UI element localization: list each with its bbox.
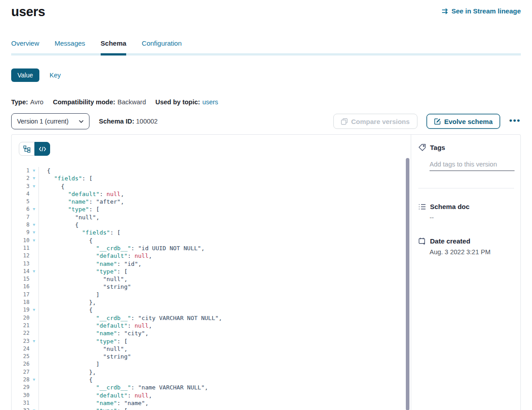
line-number: 18 xyxy=(12,299,30,306)
version-select[interactable]: Version 1 (current) xyxy=(11,113,89,129)
fold-spacer xyxy=(30,384,38,391)
page-title: users xyxy=(11,4,45,19)
code-lines: 1▼{2▼ "fields": [3▼ {4 "default": null,5… xyxy=(12,167,404,410)
code-line: 4 "default": null, xyxy=(12,190,404,198)
code-line: 27 }, xyxy=(12,368,404,376)
fold-arrow-icon[interactable]: ▼ xyxy=(30,306,38,314)
fold-arrow-icon[interactable]: ▼ xyxy=(30,167,38,175)
fold-arrow-icon[interactable]: ▼ xyxy=(30,376,38,384)
code-line: 20 "__crdb__": "city VARCHAR NOT NULL", xyxy=(12,314,404,322)
meta-type: Type: Avro xyxy=(11,98,43,106)
code-line: 3▼ { xyxy=(12,183,404,190)
fold-spacer xyxy=(30,214,38,221)
line-number: 28 xyxy=(12,376,30,384)
tab-overview[interactable]: Overview xyxy=(11,39,39,53)
compare-versions-button[interactable]: Compare versions xyxy=(333,114,417,129)
schema-doc-value: -- xyxy=(430,214,514,221)
code-text: ] xyxy=(38,360,404,368)
tab-messages[interactable]: Messages xyxy=(55,39,85,53)
value-key-toggle: Value Key xyxy=(11,68,61,82)
tab-configuration[interactable]: Configuration xyxy=(142,39,182,53)
code-text: "default": null, xyxy=(38,392,404,399)
code-line: 7 "null", xyxy=(12,214,404,221)
code-text: "default": null, xyxy=(38,252,404,260)
fold-arrow-icon[interactable]: ▼ xyxy=(30,268,38,275)
code-line: 15 "null", xyxy=(12,275,404,283)
value-toggle-button[interactable]: Value xyxy=(11,68,39,82)
code-line: 13 "name": "id", xyxy=(12,260,404,268)
code-text: { xyxy=(38,167,404,175)
fold-spacer xyxy=(30,190,38,198)
compare-icon xyxy=(341,118,348,125)
tree-view-icon xyxy=(23,145,30,153)
code-line: 30 "default": null, xyxy=(12,392,404,399)
line-number: 6 xyxy=(12,205,30,213)
fold-spacer xyxy=(30,399,38,407)
meta-used-by-topic: Used by topic: users xyxy=(155,98,218,106)
edit-icon xyxy=(434,118,441,125)
line-number: 22 xyxy=(12,329,30,337)
code-view-button[interactable] xyxy=(34,142,50,156)
fold-spacer xyxy=(30,345,38,353)
schema-page: { "page": { "title": "users" }, "header"… xyxy=(0,0,532,410)
tag-icon xyxy=(418,144,426,151)
code-line: 5 "name": "after", xyxy=(12,198,404,205)
line-number: 17 xyxy=(12,291,30,299)
code-line: 12 "default": null, xyxy=(12,252,404,260)
chevron-down-icon xyxy=(79,120,84,123)
line-number: 23 xyxy=(12,337,30,345)
code-line: 17 ] xyxy=(12,291,404,299)
schema-sidebar: Tags Schema doc -- xyxy=(411,135,520,410)
fold-arrow-icon[interactable]: ▼ xyxy=(30,221,38,229)
code-line: 6▼ "type": [ xyxy=(12,205,404,213)
line-number: 11 xyxy=(12,244,30,252)
tab-schema[interactable]: Schema xyxy=(101,39,127,56)
line-number: 3 xyxy=(12,183,30,190)
version-bar: Version 1 (current) Schema ID: 100002 Co… xyxy=(11,113,521,129)
line-number: 31 xyxy=(12,399,30,407)
code-view-icon xyxy=(39,146,46,152)
topic-link[interactable]: users xyxy=(202,98,218,106)
view-toggle xyxy=(19,142,50,156)
code-text: "type": [ xyxy=(38,205,404,213)
line-number: 4 xyxy=(12,190,30,198)
fold-arrow-icon[interactable]: ▼ xyxy=(30,337,38,345)
schema-id: Schema ID: 100002 xyxy=(99,118,157,125)
add-tags-input[interactable] xyxy=(430,160,515,171)
calendar-plus-icon xyxy=(418,237,426,245)
fold-spacer xyxy=(30,360,38,368)
fold-arrow-icon[interactable]: ▼ xyxy=(30,229,38,236)
code-line: 28▼ { xyxy=(12,376,404,384)
code-pane: 1▼{2▼ "fields": [3▼ {4 "default": null,5… xyxy=(12,135,411,410)
code-text: "__crdb__": "id UUID NOT NULL", xyxy=(38,244,404,252)
code-line: 8▼ { xyxy=(12,221,404,229)
editor-scrollbar[interactable] xyxy=(406,158,409,410)
app-header: users See in Stream lineage xyxy=(11,4,521,19)
code-line: 10▼ { xyxy=(12,237,404,244)
line-number: 13 xyxy=(12,260,30,268)
tree-view-button[interactable] xyxy=(19,142,34,156)
line-number: 8 xyxy=(12,221,30,229)
key-toggle-link[interactable]: Key xyxy=(50,72,61,79)
fold-arrow-icon[interactable]: ▼ xyxy=(30,407,38,410)
code-line: 29 "__crdb__": "name VARCHAR NULL", xyxy=(12,384,404,391)
code-text: "__crdb__": "city VARCHAR NOT NULL", xyxy=(38,314,404,322)
fold-arrow-icon[interactable]: ▼ xyxy=(30,237,38,244)
code-line: 16 "string" xyxy=(12,283,404,290)
stream-lineage-link[interactable]: See in Stream lineage xyxy=(442,7,521,15)
code-text: "fields": [ xyxy=(38,175,404,182)
code-line: 18 }, xyxy=(12,299,404,306)
evolve-schema-button[interactable]: Evolve schema xyxy=(426,114,500,129)
scrollbar-thumb[interactable] xyxy=(406,158,409,410)
code-text: "null", xyxy=(38,275,404,283)
tab-bar: Overview Messages Schema Configuration xyxy=(11,39,521,56)
fold-arrow-icon[interactable]: ▼ xyxy=(30,205,38,213)
code-text: "name": "city", xyxy=(38,329,404,337)
code-line: 2▼ "fields": [ xyxy=(12,175,404,182)
fold-arrow-icon[interactable]: ▼ xyxy=(30,183,38,190)
fold-spacer xyxy=(30,353,38,360)
more-options-button[interactable]: ••• xyxy=(509,116,521,127)
code-line: 23▼ "type": [ xyxy=(12,337,404,345)
fold-arrow-icon[interactable]: ▼ xyxy=(30,175,38,182)
fold-spacer xyxy=(30,260,38,268)
